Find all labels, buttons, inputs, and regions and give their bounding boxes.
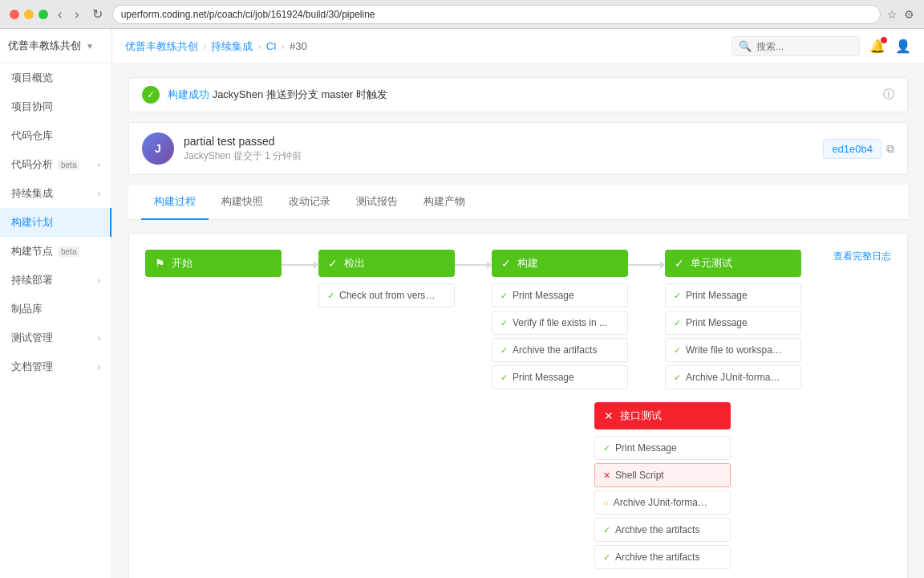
task-label: Verify if file exists in ... xyxy=(513,317,607,328)
sidebar-item-collab[interactable]: 项目协同 xyxy=(0,92,111,121)
sidebar-item-overview[interactable]: 项目概览 xyxy=(0,63,111,92)
breadcrumb-pipeline[interactable]: CI xyxy=(266,40,277,52)
check-icon: ✓ xyxy=(501,257,511,270)
top-nav: 优普丰教练共创 › 持续集成 › CI › #30 🔍 🔔 👤 xyxy=(112,29,924,64)
sidebar-label-test-mgmt: 测试管理 xyxy=(11,331,53,345)
task-build-3[interactable]: ✓ Archive the artifacts xyxy=(492,338,628,362)
task-label: Write file to workspace xyxy=(686,344,782,356)
sidebar-label-artifacts: 制品库 xyxy=(11,302,43,316)
stage-build: ✓ 构建 ✓ Print Message ✓ Verify if file ex… xyxy=(492,250,628,389)
sidebar-item-ci[interactable]: 持续集成 › xyxy=(0,179,111,208)
check-icon: ✓ xyxy=(603,552,610,563)
tab-build-snapshot[interactable]: 构建快照 xyxy=(209,185,276,220)
stage-api-test-tasks: ✓ Print Message ✕ Shell Script ○ Archive… xyxy=(594,436,731,569)
tab-build-process[interactable]: 构建过程 xyxy=(141,185,209,220)
sidebar-project-header[interactable]: 优普丰教练共创 ▼ xyxy=(0,29,111,63)
reload-button[interactable]: ↻ xyxy=(89,6,106,22)
sidebar-item-artifacts[interactable]: 制品库 xyxy=(0,295,111,324)
task-unit-2[interactable]: ✓ Print Message xyxy=(665,311,801,335)
stage-build-header: ✓ 构建 xyxy=(492,250,628,277)
sidebar-item-test-mgmt[interactable]: 测试管理 › xyxy=(0,324,111,352)
sidebar-label-analysis: 代码分析 xyxy=(11,157,53,172)
task-label: Print Message xyxy=(513,290,574,301)
stage-unit-test-tasks: ✓ Print Message ✓ Print Message ✓ Write … xyxy=(665,283,801,389)
stage-build-tasks: ✓ Print Message ✓ Verify if file exists … xyxy=(492,283,628,389)
check-icon: ✓ xyxy=(674,291,681,301)
back-button[interactable]: ‹ xyxy=(55,7,65,22)
sidebar-label-build-plan: 构建计划 xyxy=(11,215,53,230)
build-info-right: ⓘ xyxy=(883,88,894,102)
extensions-icon[interactable]: ⚙ xyxy=(904,8,914,21)
task-label: Print Message xyxy=(615,442,677,454)
browser-traffic-lights xyxy=(10,10,48,19)
check-icon: ✓ xyxy=(328,257,338,270)
task-api-3[interactable]: ○ Archive JUnit-formatt... xyxy=(594,490,731,515)
pipeline-top-row: ⚑ 开始 ✓ 检出 xyxy=(145,250,891,389)
success-icon: ✓ xyxy=(142,86,160,104)
notification-badge xyxy=(881,37,887,43)
chevron-right-icon: › xyxy=(98,189,100,198)
task-unit-4[interactable]: ✓ Archive JUnit-formatt... xyxy=(665,365,801,389)
circle-icon: ○ xyxy=(603,498,609,507)
info-icon[interactable]: ⓘ xyxy=(883,88,894,102)
sidebar-label-docs: 文档管理 xyxy=(11,360,53,374)
task-build-4[interactable]: ✓ Print Message xyxy=(492,365,628,389)
beta-badge: beta xyxy=(58,160,79,170)
build-status-link[interactable]: 构建成功 xyxy=(168,88,209,100)
task-checkout-1[interactable]: ✓ Check out from versi... xyxy=(318,283,455,307)
connector-3 xyxy=(628,261,665,269)
build-status-bar: ✓ 构建成功 JackyShen 推送到分支 master 时触发 ⓘ xyxy=(128,77,908,112)
sidebar-item-build-node[interactable]: 构建节点 beta xyxy=(0,237,111,266)
breadcrumb-ci[interactable]: 持续集成 xyxy=(211,39,253,54)
chevron-right-icon: › xyxy=(98,334,100,343)
task-label: Archive the artifacts xyxy=(615,552,699,563)
task-api-5[interactable]: ✓ Archive the artifacts xyxy=(594,545,731,569)
tab-test-report[interactable]: 测试报告 xyxy=(343,185,411,220)
task-api-4[interactable]: ✓ Archive the artifacts xyxy=(594,518,731,542)
check-icon: ✓ xyxy=(674,318,681,328)
sidebar-item-deploy[interactable]: 持续部署 › xyxy=(0,266,111,295)
notifications-icon[interactable]: 🔔 xyxy=(869,39,886,54)
user-icon[interactable]: 👤 xyxy=(895,39,911,54)
check-icon: ✓ xyxy=(603,443,610,454)
breadcrumb-build-num: #30 xyxy=(290,40,307,52)
sidebar-item-repo[interactable]: 代码仓库 xyxy=(0,121,111,150)
stage-checkout-tasks: ✓ Check out from versi... xyxy=(318,283,455,307)
commit-hash[interactable]: ed1e0b4 xyxy=(823,139,881,159)
sidebar-item-docs[interactable]: 文档管理 › xyxy=(0,352,111,381)
task-label: Archive the artifacts xyxy=(615,524,699,535)
search-box[interactable]: 🔍 xyxy=(732,36,860,56)
tab-artifacts[interactable]: 构建产物 xyxy=(411,185,478,220)
task-label: Shell Script xyxy=(615,470,664,481)
task-label: Archive JUnit-formatt... xyxy=(686,372,782,383)
task-api-1[interactable]: ✓ Print Message xyxy=(594,436,731,460)
commit-title: partial test passed xyxy=(184,135,813,148)
commit-card: J partial test passed JackyShen 提交于 1 分钟… xyxy=(128,122,908,175)
task-unit-3[interactable]: ✓ Write file to workspace xyxy=(665,338,801,362)
check-icon: ✓ xyxy=(675,257,684,270)
task-build-2[interactable]: ✓ Verify if file exists in ... xyxy=(492,311,628,335)
breadcrumb-project[interactable]: 优普丰教练共创 xyxy=(125,39,198,54)
check-icon: ✓ xyxy=(603,525,610,535)
task-api-2-shell-script[interactable]: ✕ Shell Script xyxy=(594,463,731,487)
stage-start: ⚑ 开始 xyxy=(145,250,282,283)
forward-button[interactable]: › xyxy=(71,7,82,22)
task-unit-1[interactable]: ✓ Print Message xyxy=(665,283,801,307)
tab-changes[interactable]: 改动记录 xyxy=(276,185,343,220)
maximize-dot xyxy=(38,10,48,19)
pipeline-bottom-row: ✕ 接口测试 ✓ Print Message ✕ Shell Script xyxy=(145,402,891,569)
copy-icon[interactable]: ⧉ xyxy=(886,142,894,156)
check-icon: ✓ xyxy=(500,318,508,328)
bookmark-icon[interactable]: ☆ xyxy=(887,8,898,21)
check-icon: ✓ xyxy=(500,291,508,301)
sidebar-label-overview: 项目概览 xyxy=(11,71,53,85)
search-input[interactable] xyxy=(756,41,853,52)
task-label: Archive the artifacts xyxy=(513,344,597,356)
sidebar-label-collab: 项目协同 xyxy=(11,100,53,114)
url-bar[interactable]: uperform.coding.net/p/coach/ci/job/16192… xyxy=(112,5,881,24)
check-icon: ✓ xyxy=(500,345,508,356)
stage-unit-test: ✓ 单元测试 ✓ Print Message ✓ Print Message xyxy=(665,250,801,389)
sidebar-item-analysis[interactable]: 代码分析 beta › xyxy=(0,150,111,179)
sidebar-item-build-plan[interactable]: 构建计划 xyxy=(0,208,111,237)
task-build-1[interactable]: ✓ Print Message xyxy=(492,283,628,307)
